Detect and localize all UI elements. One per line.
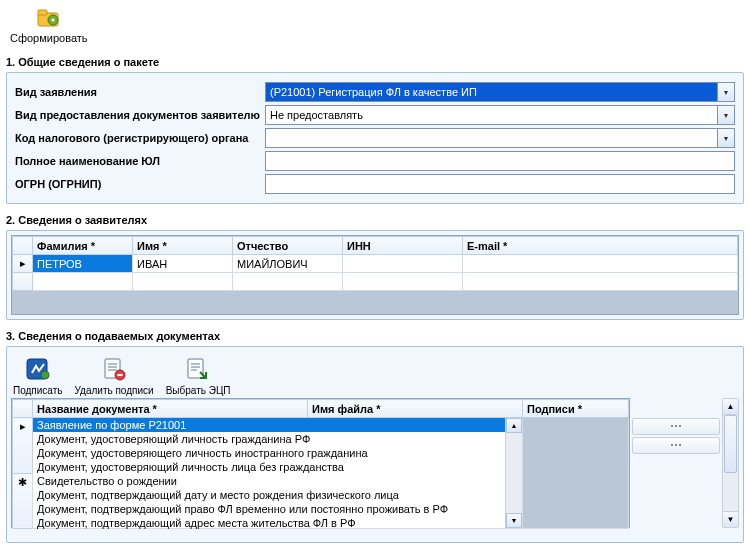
svg-rect-1 (38, 10, 47, 15)
dropdown-scrollbar[interactable]: ▲ ▼ (505, 418, 522, 528)
col-lastname[interactable]: Фамилия * (33, 237, 133, 255)
scroll-down-icon[interactable]: ▼ (506, 513, 522, 528)
scroll-up-icon[interactable]: ▲ (723, 399, 738, 415)
scroll-up-icon[interactable]: ▲ (506, 418, 522, 433)
row-indicator-icon: ▸ (13, 418, 33, 474)
chevron-down-icon[interactable]: ▼ (717, 83, 734, 101)
cell-lastname[interactable]: ПЕТРОВ (33, 255, 133, 273)
dropdown-option[interactable]: Документ, удостоверяющий личность гражда… (33, 432, 505, 446)
dropdown-option[interactable]: Документ, удостоверяющего личность иност… (33, 446, 505, 460)
dropdown-option[interactable]: Документ, подтверждающий дату и место ро… (33, 488, 505, 502)
ellipsis-icon (667, 444, 685, 447)
col-inn[interactable]: ИНН (343, 237, 463, 255)
full-name-label: Полное наименование ЮЛ (15, 155, 265, 167)
remove-sign-button[interactable]: Удалить подписи (75, 355, 154, 396)
table-row[interactable]: ▸ Заявление по форме Р21001 Документ, уд… (13, 418, 629, 474)
col-file-name[interactable]: Имя файла * (308, 400, 523, 418)
remove-sign-icon (99, 355, 129, 383)
svg-point-5 (41, 371, 49, 379)
row-header-corner (13, 237, 33, 255)
svg-rect-8 (188, 359, 203, 378)
col-email[interactable]: E-mail * (463, 237, 738, 255)
scroll-thumb[interactable] (724, 415, 737, 473)
ogrn-input[interactable] (265, 174, 735, 194)
cell-email[interactable] (463, 255, 738, 273)
dropdown-option[interactable]: Свидетельство о рождении (33, 474, 505, 488)
table-row-empty[interactable] (13, 273, 738, 291)
dropdown-option[interactable]: Документ, подтверждающий адрес места жит… (33, 516, 505, 530)
tax-code-select[interactable]: ▼ (265, 128, 735, 148)
gear-folder-icon (35, 6, 63, 30)
remove-sign-label: Удалить подписи (75, 385, 154, 396)
choose-ecp-icon (183, 355, 213, 383)
sign-button-label: Подписать (13, 385, 63, 396)
chevron-down-icon[interactable]: ▼ (717, 129, 734, 147)
panel-scrollbar[interactable]: ▲ ▼ (722, 398, 739, 528)
table-row[interactable]: ▸ ПЕТРОВ ИВАН МИАЙЛОВИЧ (13, 255, 738, 273)
section2-title: 2. Сведения о заявителях (6, 212, 744, 228)
col-doc-name[interactable]: Название документа * (33, 400, 308, 418)
signature-cell-button[interactable] (632, 418, 720, 435)
svg-point-3 (51, 18, 54, 21)
app-type-label: Вид заявления (15, 86, 265, 98)
dropdown-option[interactable]: Документ, подтверждающий право ФЛ времен… (33, 502, 505, 516)
applicants-grid[interactable]: Фамилия * Имя * Отчество ИНН E-mail * ▸ … (12, 236, 738, 291)
chevron-down-icon[interactable]: ▼ (717, 106, 734, 124)
new-row-icon: ✱ (13, 473, 33, 529)
choose-ecp-button[interactable]: Выбрать ЭЦП (166, 355, 231, 396)
col-patronymic[interactable]: Отчество (233, 237, 343, 255)
scroll-down-icon[interactable]: ▼ (723, 511, 738, 527)
ogrn-label: ОГРН (ОГРНИП) (15, 178, 265, 190)
col-firstname[interactable]: Имя * (133, 237, 233, 255)
tax-code-label: Код налогового (регистрирующего) органа (15, 132, 265, 144)
form-button[interactable]: Сформировать (6, 4, 92, 46)
row-indicator-icon: ▸ (13, 255, 33, 273)
cell-inn[interactable] (343, 255, 463, 273)
col-signatures[interactable]: Подписи * (523, 400, 629, 418)
doc-provide-select[interactable]: Не предоставлять ▼ (265, 105, 735, 125)
choose-ecp-label: Выбрать ЭЦП (166, 385, 231, 396)
sign-icon (23, 355, 53, 383)
doc-provide-label: Вид предоставления документов заявителю (15, 109, 265, 121)
cell-patronymic[interactable]: МИАЙЛОВИЧ (233, 255, 343, 273)
app-type-select[interactable]: (Р21001) Регистрация ФЛ в качестве ИП ▼ (265, 82, 735, 102)
app-type-value: (Р21001) Регистрация ФЛ в качестве ИП (266, 83, 717, 101)
section3-title: 3. Сведения о подаваемых документах (6, 328, 744, 344)
section1-title: 1. Общие сведения о пакете (6, 54, 744, 70)
ellipsis-icon (667, 425, 685, 428)
doc-provide-value: Не предоставлять (266, 106, 717, 124)
dropdown-option[interactable]: Документ, удостоверяющий личность лица б… (33, 460, 505, 474)
sign-button[interactable]: Подписать (13, 355, 63, 396)
row-header-corner (13, 400, 33, 418)
form-button-label: Сформировать (10, 32, 88, 44)
cell-firstname[interactable]: ИВАН (133, 255, 233, 273)
dropdown-option[interactable]: Заявление по форме Р21001 (33, 418, 505, 432)
tax-code-value (266, 129, 717, 147)
doc-name-dropdown[interactable]: Заявление по форме Р21001 Документ, удос… (33, 418, 505, 528)
signature-cell-button[interactable] (632, 437, 720, 454)
documents-grid[interactable]: Название документа * Имя файла * Подписи… (12, 399, 629, 529)
full-name-input[interactable] (265, 151, 735, 171)
